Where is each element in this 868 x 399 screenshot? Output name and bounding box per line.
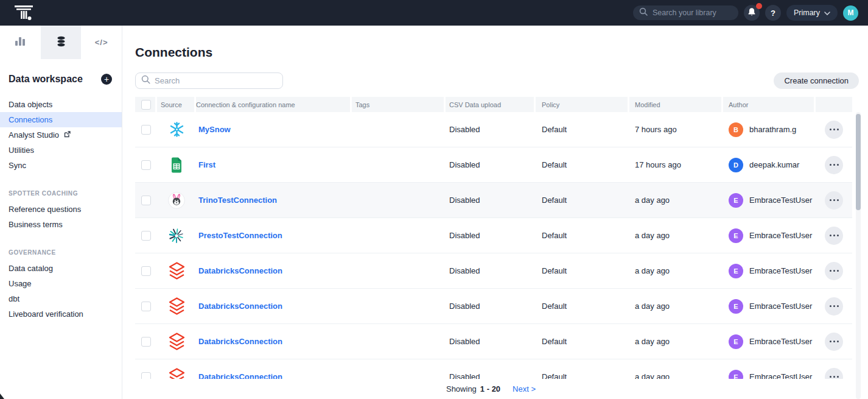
external-link-icon xyxy=(64,130,71,139)
help-button[interactable]: ? xyxy=(765,5,781,21)
sidebar-item-utilities[interactable]: Utilities xyxy=(0,143,122,158)
thoughtspot-logo[interactable] xyxy=(13,4,34,21)
sidebar-item-dbt[interactable]: dbt xyxy=(0,291,122,306)
column-header-source[interactable]: Source xyxy=(157,97,196,112)
connection-name-link[interactable]: TrinoTestConnection xyxy=(198,196,277,205)
connection-name-link[interactable]: MySnow xyxy=(198,125,231,134)
row-checkbox[interactable] xyxy=(141,196,151,205)
modified-cell: a day ago xyxy=(629,302,723,311)
sidebar-item-sync[interactable]: Sync xyxy=(0,158,122,173)
row-actions-button[interactable] xyxy=(825,191,843,210)
csv-upload-cell: Disabled xyxy=(446,196,536,205)
column-header-tags[interactable]: Tags xyxy=(352,97,446,112)
tab-data[interactable] xyxy=(41,26,82,59)
row-checkbox[interactable] xyxy=(141,337,151,347)
column-header-author[interactable]: Author xyxy=(723,97,816,112)
section-label-spotter-coaching: SPOTTER COACHING xyxy=(0,173,122,202)
column-header-actions xyxy=(816,97,852,112)
policy-cell: Default xyxy=(536,266,629,275)
library-search[interactable] xyxy=(633,5,738,20)
row-actions-button[interactable] xyxy=(825,227,843,245)
sidebar-item-business-terms[interactable]: Business terms xyxy=(0,217,122,232)
tab-insights[interactable] xyxy=(0,26,41,59)
database-icon xyxy=(57,36,66,49)
next-page-link[interactable]: Next > xyxy=(513,384,536,394)
csv-upload-cell: Disabled xyxy=(446,302,536,311)
row-actions-button[interactable] xyxy=(825,297,843,316)
table-row[interactable]: DatabricksConnection Disabled Default a … xyxy=(135,253,852,289)
notifications-button[interactable] xyxy=(744,5,760,21)
row-actions-button[interactable] xyxy=(825,262,843,280)
sidebar-item-reference-questions[interactable]: Reference questions xyxy=(0,202,122,217)
csv-upload-cell: Disabled xyxy=(446,125,536,134)
author-avatar: D xyxy=(729,158,743,172)
connection-name-link[interactable]: DatabricksConnection xyxy=(198,266,282,275)
csv-upload-cell: Disabled xyxy=(446,231,536,240)
sidebar-item-data-objects[interactable]: Data objects xyxy=(0,97,122,112)
sidebar: </> Data workspace + Data objects Connec… xyxy=(0,26,122,399)
pagination: Showing 1 - 20 Next > xyxy=(122,379,859,399)
connection-name-link[interactable]: DatabricksConnection xyxy=(198,302,282,311)
row-checkbox[interactable] xyxy=(141,302,151,311)
author-avatar: E xyxy=(729,264,743,278)
page-range: 1 - 20 xyxy=(480,384,500,394)
column-header-policy[interactable]: Policy xyxy=(536,97,629,112)
bar-chart-icon xyxy=(15,36,26,49)
tab-developer[interactable]: </> xyxy=(81,26,122,59)
table-body: MySnow Disabled Default 7 hours ago B bh… xyxy=(135,112,852,395)
question-mark-icon: ? xyxy=(771,9,775,18)
row-actions-button[interactable] xyxy=(825,121,843,139)
author-avatar: E xyxy=(729,228,743,243)
mouse-cursor-artifact xyxy=(0,394,4,399)
vertical-scrollbar[interactable] xyxy=(856,112,861,399)
sidebar-item-usage[interactable]: Usage xyxy=(0,276,122,291)
author-avatar: E xyxy=(729,299,743,314)
add-button[interactable]: + xyxy=(101,74,112,85)
sidebar-tab-bar: </> xyxy=(0,26,122,59)
author-avatar: E xyxy=(729,193,743,208)
table-row[interactable]: MySnow Disabled Default 7 hours ago B bh… xyxy=(135,112,852,147)
databricks-icon xyxy=(168,298,185,315)
row-checkbox[interactable] xyxy=(141,231,151,241)
select-all-checkbox[interactable] xyxy=(141,100,151,110)
connection-name-link[interactable]: PrestoTestConnection xyxy=(198,231,282,240)
column-header-name[interactable]: Connection & configuration name xyxy=(196,97,352,112)
databricks-icon xyxy=(168,263,185,280)
row-checkbox[interactable] xyxy=(141,160,151,170)
column-header-csv[interactable]: CSV Data upload xyxy=(446,97,536,112)
table-row[interactable]: DatabricksConnection Disabled Default a … xyxy=(135,289,852,324)
sidebar-item-analyst-studio[interactable]: Analyst Studio xyxy=(0,127,122,143)
table-row[interactable]: First Disabled Default 17 hours ago D de… xyxy=(135,147,852,183)
csv-upload-cell: Disabled xyxy=(446,337,536,346)
table-row[interactable]: TrinoTestConnection Disabled Default a d… xyxy=(135,183,852,218)
table-row[interactable]: DatabricksConnection Disabled Default a … xyxy=(135,324,852,359)
table-row[interactable]: PrestoTestConnection Disabled Default a … xyxy=(135,218,852,253)
bell-icon xyxy=(747,7,756,18)
header-checkbox-cell xyxy=(135,97,157,112)
create-connection-button[interactable]: Create connection xyxy=(774,72,859,89)
row-checkbox[interactable] xyxy=(141,266,151,276)
column-header-modified[interactable]: Modified xyxy=(629,97,723,112)
author-name: EmbraceTestUser xyxy=(749,231,812,240)
row-actions-button[interactable] xyxy=(825,333,843,351)
sheets-icon xyxy=(168,157,185,174)
code-icon: </> xyxy=(95,38,108,47)
row-checkbox[interactable] xyxy=(141,125,151,135)
sidebar-item-connections[interactable]: Connections xyxy=(0,112,122,127)
databricks-icon xyxy=(168,333,185,350)
connection-name-link[interactable]: DatabricksConnection xyxy=(198,337,282,346)
sidebar-item-liveboard-verification[interactable]: Liveboard verification xyxy=(0,306,122,322)
top-bar: ? Primary M xyxy=(0,0,868,26)
scrollbar-thumb[interactable] xyxy=(856,114,861,210)
table-search[interactable] xyxy=(135,72,283,89)
sidebar-item-data-catalog[interactable]: Data catalog xyxy=(0,261,122,276)
user-avatar[interactable]: M xyxy=(843,5,858,21)
author-avatar: B xyxy=(729,122,743,137)
library-search-input[interactable] xyxy=(653,9,732,17)
modified-cell: a day ago xyxy=(629,337,723,346)
org-switcher[interactable]: Primary xyxy=(786,5,838,21)
row-actions-button[interactable] xyxy=(825,156,843,174)
modified-cell: a day ago xyxy=(629,231,723,240)
table-search-input[interactable] xyxy=(155,76,270,85)
connection-name-link[interactable]: First xyxy=(198,160,215,169)
